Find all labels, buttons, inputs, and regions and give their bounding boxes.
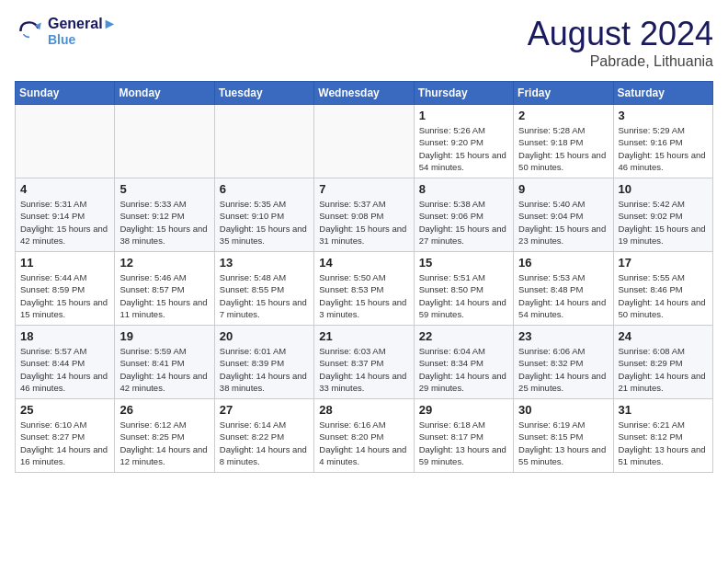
header-wednesday: Wednesday xyxy=(314,82,414,105)
table-row: 31Sunrise: 6:21 AM Sunset: 8:12 PM Dayli… xyxy=(613,399,712,473)
table-row: 30Sunrise: 6:19 AM Sunset: 8:15 PM Dayli… xyxy=(514,399,613,473)
table-row: 18Sunrise: 5:57 AM Sunset: 8:44 PM Dayli… xyxy=(16,326,115,399)
cell-content: Sunrise: 6:10 AM Sunset: 8:27 PM Dayligh… xyxy=(20,419,109,467)
day-number: 28 xyxy=(319,403,408,417)
table-row xyxy=(115,105,214,178)
day-number: 29 xyxy=(419,403,508,417)
table-row: 7Sunrise: 5:37 AM Sunset: 9:08 PM Daylig… xyxy=(314,178,414,252)
day-number: 30 xyxy=(518,403,608,417)
day-number: 25 xyxy=(20,403,109,417)
table-row: 24Sunrise: 6:08 AM Sunset: 8:29 PM Dayli… xyxy=(613,326,712,399)
calendar-title: August 2024 xyxy=(528,15,713,53)
cell-content: Sunrise: 6:21 AM Sunset: 8:12 PM Dayligh… xyxy=(619,419,708,467)
table-row: 25Sunrise: 6:10 AM Sunset: 8:27 PM Dayli… xyxy=(16,399,115,473)
cell-content: Sunrise: 5:42 AM Sunset: 9:02 PM Dayligh… xyxy=(619,198,708,247)
day-number: 23 xyxy=(518,329,608,343)
day-number: 17 xyxy=(619,256,708,270)
header-saturday: Saturday xyxy=(613,82,712,105)
cell-content: Sunrise: 6:01 AM Sunset: 8:39 PM Dayligh… xyxy=(220,345,309,394)
day-number: 11 xyxy=(20,256,109,270)
day-number: 31 xyxy=(619,403,708,417)
cell-content: Sunrise: 5:46 AM Sunset: 8:57 PM Dayligh… xyxy=(119,271,209,320)
table-row: 8Sunrise: 5:38 AM Sunset: 9:06 PM Daylig… xyxy=(414,178,513,252)
table-row: 12Sunrise: 5:46 AM Sunset: 8:57 PM Dayli… xyxy=(115,252,214,326)
table-row xyxy=(314,105,414,178)
cell-content: Sunrise: 6:04 AM Sunset: 8:34 PM Dayligh… xyxy=(419,345,508,394)
day-number: 1 xyxy=(419,109,508,122)
table-row xyxy=(16,105,115,178)
table-row: 1Sunrise: 5:26 AM Sunset: 9:20 PM Daylig… xyxy=(414,105,513,178)
table-row: 20Sunrise: 6:01 AM Sunset: 8:39 PM Dayli… xyxy=(214,326,313,399)
day-number: 19 xyxy=(119,329,209,343)
logo-icon xyxy=(15,17,44,46)
table-row: 2Sunrise: 5:28 AM Sunset: 9:18 PM Daylig… xyxy=(514,105,613,178)
cell-content: Sunrise: 6:08 AM Sunset: 8:29 PM Dayligh… xyxy=(619,345,708,394)
cell-content: Sunrise: 5:38 AM Sunset: 9:06 PM Dayligh… xyxy=(419,198,508,247)
day-number: 12 xyxy=(119,256,209,270)
table-row: 23Sunrise: 6:06 AM Sunset: 8:32 PM Dayli… xyxy=(514,326,613,399)
day-number: 26 xyxy=(119,403,209,417)
table-row: 16Sunrise: 5:53 AM Sunset: 8:48 PM Dayli… xyxy=(514,252,613,326)
day-number: 16 xyxy=(518,256,608,270)
page-header: General► Blue August 2024 Pabrade, Lithu… xyxy=(15,15,713,70)
calendar-week-row: 18Sunrise: 5:57 AM Sunset: 8:44 PM Dayli… xyxy=(16,326,713,399)
header-monday: Monday xyxy=(115,82,214,105)
header-sunday: Sunday xyxy=(16,82,115,105)
day-number: 21 xyxy=(319,329,408,343)
cell-content: Sunrise: 5:50 AM Sunset: 8:53 PM Dayligh… xyxy=(319,271,408,320)
day-number: 13 xyxy=(220,256,309,270)
table-row: 26Sunrise: 6:12 AM Sunset: 8:25 PM Dayli… xyxy=(115,399,214,473)
day-number: 22 xyxy=(419,329,508,343)
title-block: August 2024 Pabrade, Lithuania xyxy=(528,15,713,70)
cell-content: Sunrise: 5:57 AM Sunset: 8:44 PM Dayligh… xyxy=(20,345,109,394)
table-row xyxy=(214,105,313,178)
day-number: 10 xyxy=(619,182,708,196)
table-row: 14Sunrise: 5:50 AM Sunset: 8:53 PM Dayli… xyxy=(314,252,414,326)
table-row: 22Sunrise: 6:04 AM Sunset: 8:34 PM Dayli… xyxy=(414,326,513,399)
day-number: 6 xyxy=(220,182,309,196)
cell-content: Sunrise: 6:03 AM Sunset: 8:37 PM Dayligh… xyxy=(319,345,408,394)
calendar-week-row: 1Sunrise: 5:26 AM Sunset: 9:20 PM Daylig… xyxy=(16,105,713,178)
day-number: 20 xyxy=(220,329,309,343)
cell-content: Sunrise: 6:06 AM Sunset: 8:32 PM Dayligh… xyxy=(518,345,608,394)
day-number: 8 xyxy=(419,182,508,196)
cell-content: Sunrise: 5:37 AM Sunset: 9:08 PM Dayligh… xyxy=(319,198,408,247)
table-row: 21Sunrise: 6:03 AM Sunset: 8:37 PM Dayli… xyxy=(314,326,414,399)
table-row: 29Sunrise: 6:18 AM Sunset: 8:17 PM Dayli… xyxy=(414,399,513,473)
table-row: 19Sunrise: 5:59 AM Sunset: 8:41 PM Dayli… xyxy=(115,326,214,399)
table-row: 3Sunrise: 5:29 AM Sunset: 9:16 PM Daylig… xyxy=(613,105,712,178)
day-number: 3 xyxy=(619,109,708,122)
cell-content: Sunrise: 5:33 AM Sunset: 9:12 PM Dayligh… xyxy=(119,198,209,247)
cell-content: Sunrise: 6:14 AM Sunset: 8:22 PM Dayligh… xyxy=(220,419,309,467)
cell-content: Sunrise: 5:26 AM Sunset: 9:20 PM Dayligh… xyxy=(419,124,508,173)
cell-content: Sunrise: 5:44 AM Sunset: 8:59 PM Dayligh… xyxy=(20,271,109,320)
day-number: 4 xyxy=(20,182,109,196)
table-row: 9Sunrise: 5:40 AM Sunset: 9:04 PM Daylig… xyxy=(514,178,613,252)
table-row: 11Sunrise: 5:44 AM Sunset: 8:59 PM Dayli… xyxy=(16,252,115,326)
day-number: 5 xyxy=(119,182,209,196)
day-number: 27 xyxy=(220,403,309,417)
table-row: 15Sunrise: 5:51 AM Sunset: 8:50 PM Dayli… xyxy=(414,252,513,326)
cell-content: Sunrise: 6:16 AM Sunset: 8:20 PM Dayligh… xyxy=(319,419,408,467)
calendar-table: Sunday Monday Tuesday Wednesday Thursday… xyxy=(15,81,713,473)
cell-content: Sunrise: 5:51 AM Sunset: 8:50 PM Dayligh… xyxy=(419,271,508,320)
day-number: 14 xyxy=(319,256,408,270)
calendar-week-row: 4Sunrise: 5:31 AM Sunset: 9:14 PM Daylig… xyxy=(16,178,713,252)
cell-content: Sunrise: 5:40 AM Sunset: 9:04 PM Dayligh… xyxy=(518,198,608,247)
table-row: 10Sunrise: 5:42 AM Sunset: 9:02 PM Dayli… xyxy=(613,178,712,252)
cell-content: Sunrise: 6:18 AM Sunset: 8:17 PM Dayligh… xyxy=(419,419,508,467)
cell-content: Sunrise: 5:29 AM Sunset: 9:16 PM Dayligh… xyxy=(619,124,708,173)
calendar-subtitle: Pabrade, Lithuania xyxy=(528,53,713,70)
calendar-week-row: 25Sunrise: 6:10 AM Sunset: 8:27 PM Dayli… xyxy=(16,399,713,473)
cell-content: Sunrise: 5:53 AM Sunset: 8:48 PM Dayligh… xyxy=(518,271,608,320)
cell-content: Sunrise: 5:35 AM Sunset: 9:10 PM Dayligh… xyxy=(220,198,309,247)
logo: General► Blue xyxy=(15,15,117,48)
logo-text: General► Blue xyxy=(48,15,117,48)
cell-content: Sunrise: 5:55 AM Sunset: 8:46 PM Dayligh… xyxy=(619,271,708,320)
header-thursday: Thursday xyxy=(414,82,513,105)
day-number: 7 xyxy=(319,182,408,196)
cell-content: Sunrise: 5:28 AM Sunset: 9:18 PM Dayligh… xyxy=(518,124,608,173)
cell-content: Sunrise: 5:48 AM Sunset: 8:55 PM Dayligh… xyxy=(220,271,309,320)
header-friday: Friday xyxy=(514,82,613,105)
day-number: 15 xyxy=(419,256,508,270)
